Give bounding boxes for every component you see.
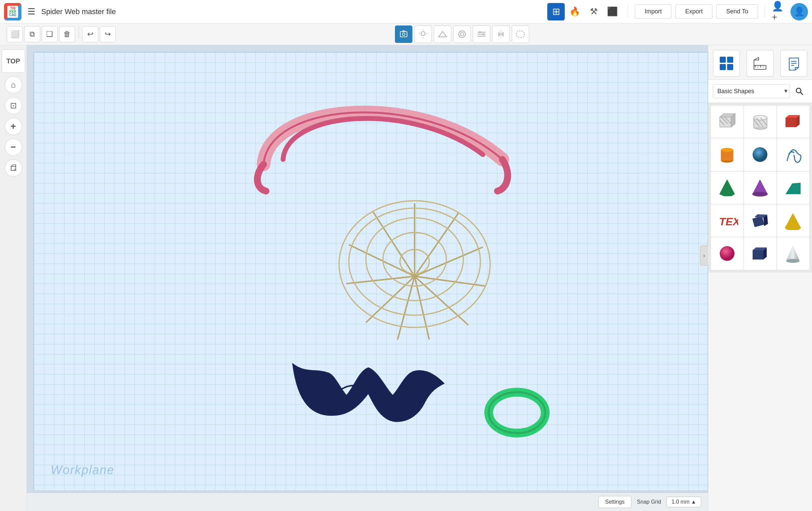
grid-overlay — [34, 52, 708, 490]
canvas-area[interactable]: Workplane — [27, 45, 708, 511]
svg-rect-41 — [754, 65, 766, 69]
svg-rect-37 — [720, 57, 726, 63]
toolbar: ⬜ ⧉ ❑ 🗑 ↩ ↪ — [0, 24, 812, 45]
right-panel: Basic Shapes Letters Symbols Connectors … — [708, 45, 812, 511]
svg-point-71 — [753, 147, 767, 162]
svg-rect-84 — [753, 250, 763, 260]
svg-marker-82 — [785, 213, 801, 230]
undo-btn[interactable]: ↩ — [82, 26, 98, 42]
light-btn[interactable] — [414, 26, 432, 43]
svg-rect-65 — [785, 118, 796, 127]
shape-box-dark[interactable] — [744, 237, 776, 270]
group-btn[interactable] — [512, 26, 529, 43]
dropdown-arrow-icon: ▼ — [783, 88, 788, 94]
workplane-label: Workplane — [51, 463, 114, 477]
svg-point-9 — [460, 32, 464, 36]
build-topbtn[interactable]: ⚒ — [585, 3, 602, 21]
send-to-button[interactable]: Send To — [716, 4, 758, 19]
view-top-label[interactable]: TOP — [2, 49, 25, 73]
shape-box-red[interactable] — [777, 106, 809, 138]
workplane[interactable]: Workplane — [34, 52, 708, 491]
shape-cone-gray[interactable] — [777, 237, 809, 270]
toolbar-left-group: ⬜ ⧉ ❑ 🗑 ↩ ↪ — [7, 26, 116, 42]
toolbar-center-group — [118, 26, 805, 43]
shapes-grid: TEXT — [708, 103, 812, 273]
view-buttons — [708, 45, 812, 80]
svg-point-3 — [421, 32, 425, 35]
svg-rect-39 — [720, 64, 726, 70]
shape-sphere-blue[interactable] — [744, 139, 776, 171]
svg-rect-40 — [727, 64, 733, 70]
ruler-view-btn[interactable] — [747, 50, 774, 77]
top-right-icons: ⊞ 🔥 ⚒ ⬛ — [547, 3, 621, 21]
shape-text[interactable]: TEXT — [711, 205, 743, 237]
workplane-btn[interactable]: ⬜ — [7, 26, 23, 42]
circle-btn[interactable] — [453, 26, 471, 43]
shape-pyramid-green[interactable] — [711, 172, 743, 204]
home-tool-btn[interactable]: ⌂ — [5, 76, 22, 94]
search-button[interactable] — [791, 83, 807, 99]
camera-view-btn[interactable] — [395, 26, 412, 43]
shape-sphere-pink[interactable] — [711, 237, 743, 270]
import-button[interactable]: Import — [635, 4, 671, 19]
shape-wedge-teal[interactable] — [777, 172, 809, 204]
svg-rect-0 — [400, 32, 407, 37]
svg-point-8 — [459, 31, 465, 37]
fit-tool-btn[interactable]: ⊡ — [5, 97, 22, 114]
snap-grid-label: Snap Grid — [637, 499, 661, 505]
project-title: Spider Web master file — [41, 7, 116, 16]
shape-cylinder-orange[interactable] — [711, 139, 743, 171]
main-content: TOP ⌂ ⊡ + − Workplane — [0, 45, 812, 511]
shape-box-striped[interactable] — [711, 106, 743, 138]
shape-btn[interactable] — [434, 26, 451, 43]
copy-btn[interactable]: ⧉ — [24, 26, 40, 42]
shapes-header: Basic Shapes Letters Symbols Connectors … — [708, 80, 812, 103]
grid-view-btn[interactable] — [713, 50, 740, 77]
svg-rect-2 — [402, 31, 405, 32]
svg-marker-73 — [719, 179, 735, 196]
user-avatar[interactable]: 👤 — [790, 3, 808, 21]
svg-point-1 — [402, 33, 405, 35]
export-button[interactable]: Export — [675, 4, 712, 19]
svg-point-83 — [720, 246, 734, 261]
notes-view-btn[interactable] — [780, 50, 807, 77]
mirror-btn[interactable] — [492, 26, 510, 43]
shape-pyramid-yellow[interactable] — [777, 205, 809, 237]
redo-btn[interactable]: ↪ — [100, 26, 116, 42]
svg-rect-16 — [11, 166, 16, 170]
snap-value[interactable]: 1.0 mm ▲ — [666, 497, 701, 507]
left-sidebar: TOP ⌂ ⊡ + − — [0, 45, 27, 511]
svg-rect-13 — [479, 31, 481, 33]
menu-icon[interactable]: ☰ — [26, 6, 37, 17]
blocks-topbtn[interactable]: ⬛ — [604, 3, 621, 21]
grid-view-topbtn[interactable]: ⊞ — [547, 3, 565, 21]
delete-btn[interactable]: 🗑 — [59, 26, 75, 42]
duplicate-btn[interactable]: ❑ — [41, 26, 58, 42]
bottom-bar: Settings Snap Grid 1.0 mm ▲ — [27, 492, 708, 511]
view-cube-btn[interactable] — [5, 159, 22, 177]
svg-marker-78 — [785, 183, 801, 194]
svg-point-68 — [721, 148, 733, 152]
fire-topbtn[interactable]: 🔥 — [566, 3, 583, 21]
svg-rect-80 — [752, 216, 764, 227]
shape-box-navy[interactable] — [744, 205, 776, 237]
topbar: TIN KER CAD ☰ Spider Web master file ⊞ 🔥… — [0, 0, 812, 24]
toolbar-sep-1 — [79, 26, 79, 38]
zoom-out-btn[interactable]: − — [5, 139, 22, 156]
svg-marker-85 — [786, 245, 800, 261]
shape-cone-purple[interactable] — [744, 172, 776, 204]
svg-point-86 — [786, 259, 800, 263]
svg-rect-38 — [727, 57, 733, 63]
shapes-dropdown[interactable]: Basic Shapes Letters Symbols Connectors — [713, 84, 790, 98]
svg-point-75 — [752, 192, 768, 197]
shape-cylinder-striped[interactable] — [744, 106, 776, 138]
settings-button[interactable]: Settings — [598, 496, 632, 508]
logo[interactable]: TIN KER CAD — [4, 3, 22, 21]
svg-line-50 — [800, 92, 803, 95]
zoom-in-btn[interactable]: + — [5, 118, 22, 135]
add-user-btn[interactable]: 👤+ — [772, 4, 786, 19]
align-btn[interactable] — [473, 26, 490, 43]
collapse-handle[interactable]: › — [700, 245, 708, 266]
svg-text:TEXT: TEXT — [719, 216, 738, 228]
shape-scribble[interactable] — [777, 139, 809, 171]
